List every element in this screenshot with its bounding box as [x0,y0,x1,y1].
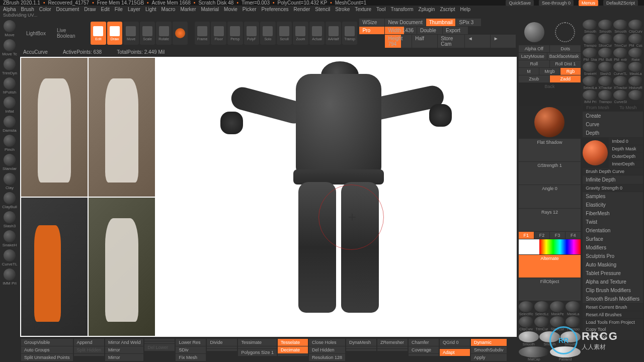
brush-smooth[interactable] [598,20,613,30]
section-elasticity[interactable]: Elasticity [583,201,643,209]
orb-clipcurv[interactable] [519,316,534,327]
gimbal-button[interactable] [173,22,188,45]
orb-selectrc[interactable] [519,301,534,312]
scale-mode-button[interactable]: Scale [140,22,155,45]
orb-maskpe[interactable] [550,301,565,312]
brush-hpolish[interactable]: hPolish [0,77,19,95]
menu-transform[interactable]: Transform [390,7,413,12]
brush-smooth[interactable] [583,20,597,30]
menu-layer[interactable]: Layer [128,7,140,12]
section-curve[interactable]: Curve [583,120,643,129]
fkey-f1[interactable]: F1 [519,232,534,239]
menu-help[interactable]: Help [460,7,470,12]
lightbox-button[interactable]: LightBox [21,31,51,36]
polyf-button[interactable]: PolyF [244,22,260,45]
brush-imm pri[interactable] [583,90,597,100]
brush-clay[interactable]: Clay [0,172,19,191]
draw-mode-button[interactable]: Draw [107,22,123,45]
brush-rake[interactable] [628,48,643,58]
brush-xtractor[interactable] [598,76,613,86]
orb-selectlc[interactable] [534,301,549,312]
bb-dynamesh[interactable]: DynaMesh [346,339,376,346]
next-arrow-icon[interactable]: ► [491,35,516,48]
menu-color[interactable]: Color [39,7,51,12]
bb-chamfer[interactable]: Chamfer [409,339,439,346]
section-orientation[interactable]: Orientation [583,226,643,235]
brush-pm_butt[interactable] [598,48,613,58]
double-button[interactable]: Double [417,27,442,34]
section-alpha-and-texture[interactable]: Alpha and Texture [583,278,643,286]
bb-append[interactable]: Append [74,339,105,346]
zoom-button[interactable]: Zoom [293,22,308,45]
menu-zplugin[interactable]: Zplugin [419,7,435,12]
persp-button[interactable]: Persp [227,22,243,45]
menu-draw[interactable]: Draw [84,7,96,12]
actual-button[interactable]: Actual [309,22,325,45]
bb-coverage[interactable]: Coverage [409,346,439,353]
mrgb-button[interactable]: Mrgb [539,68,560,75]
menu-preferences[interactable]: Preferences [262,7,289,12]
brush-move[interactable]: Move [0,20,19,38]
section-samples[interactable]: Samples [583,192,643,201]
fkey-f2[interactable]: F2 [534,232,549,239]
gravity-slider[interactable]: Gravity Strength 0 [583,185,643,192]
3d-canvas[interactable] [156,57,517,337]
bb-smoothsubdiv[interactable]: SmoothSubdiv [471,346,507,353]
brush-transpo[interactable] [598,90,613,100]
menu-movie[interactable]: Movie [224,7,237,12]
brush-pm_sha[interactable] [583,48,597,58]
section-create[interactable]: Create [583,112,643,120]
move-mode-button[interactable]: Move [123,22,139,45]
bb-del-lower[interactable]: Del Lower [144,344,175,351]
brush-standar[interactable]: Standar [0,153,19,171]
section-sculptris-pro[interactable]: Sculptris Pro [583,252,643,260]
matcap-orb[interactable] [519,346,549,357]
menu-stencil[interactable]: Stencil [315,7,330,12]
section-modifiers[interactable]: Modifiers [583,243,643,252]
outerdepth-button[interactable]: OuterDepth [609,153,643,160]
bb-lower-res[interactable]: Lower Res [176,339,206,346]
menu-stroke[interactable]: Stroke [335,7,350,12]
imbed-slider[interactable]: Imbed 0 [609,138,643,145]
m-button[interactable]: M [519,68,539,75]
brush-pinch[interactable]: Pinch [0,134,19,152]
seethrough-slider[interactable]: See-through 0 [539,0,574,6]
brush-clipcurv[interactable] [628,20,643,30]
brush-xtractor[interactable] [613,76,628,86]
bb-zremesher[interactable]: ZRemesher [377,339,408,346]
brush-historyr[interactable] [628,76,643,86]
alpha-off-button[interactable]: Alpha Off [519,45,549,52]
prev-arrow-icon[interactable]: ◄ [465,35,490,48]
bb-mirror[interactable]: Mirror [105,354,143,361]
brush-slash3[interactable] [598,62,613,72]
orb-trimcur[interactable] [534,316,549,327]
depthmask-button[interactable]: Depth Mask [609,145,643,152]
transp-button[interactable]: Transp [342,22,358,45]
viewport[interactable] [20,57,517,337]
brush-pm_extr[interactable] [613,48,628,58]
frommesh-button[interactable]: From Mesh [583,104,612,111]
section-smooth-brush-modifiers[interactable]: Smooth Brush Modifiers [583,295,643,303]
brush-slash3[interactable]: Slash3 [0,211,19,229]
menu-texture[interactable]: Texture [355,7,371,12]
innerdepth-button[interactable]: InnerDepth [609,160,643,167]
menu-material[interactable]: Material [201,7,219,12]
brush-curvest[interactable] [613,90,628,100]
brush-snakeh[interactable] [583,62,597,72]
section-fibermesh[interactable]: FiberMesh [583,209,643,218]
lazymouse-button[interactable]: LazyMouse [519,53,547,60]
brush-pm_cus[interactable] [628,34,643,44]
section-surface[interactable]: Surface [583,235,643,243]
menu-render[interactable]: Render [294,7,310,12]
bb-decimate[interactable]: Decimate [278,346,308,353]
section-clip-brush-modifiers[interactable]: Clip Brush Modifiers [583,286,643,295]
fillobject-button[interactable]: FillObject [519,278,581,301]
reset-all-brushes-button[interactable]: Reset All Brushes [583,311,643,318]
menu-zscript[interactable]: Zscript [440,7,455,12]
bb-dynamic[interactable]: Dynamic [471,339,507,346]
brush-curvetl[interactable] [613,62,628,72]
brush-imm pri[interactable]: IMM Pri [0,268,19,286]
infinitedepth-section[interactable]: Infinite Depth [583,175,643,184]
pro-button[interactable]: Pro [359,27,384,34]
bb-split-unmasked-points[interactable]: Split Unmasked Points [21,354,73,361]
